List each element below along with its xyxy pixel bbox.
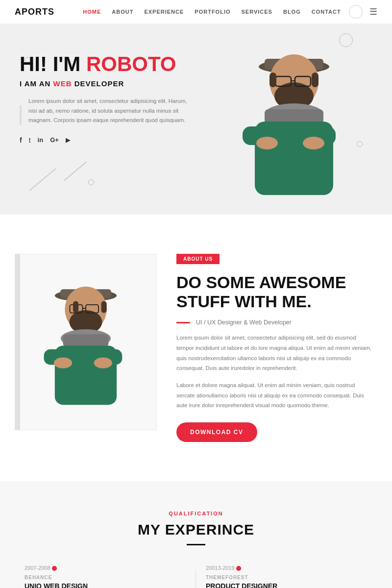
nav-circle-decoration (349, 5, 363, 19)
about-para-1: Lorem ipsum dolor sit amet, consectetur … (176, 333, 372, 373)
twitter-icon[interactable]: t (29, 136, 31, 144)
hero-person-image (196, 24, 392, 215)
about-role: UI / UX Designer & Web Developer (196, 319, 292, 326)
person-hero-svg (216, 24, 372, 215)
facebook-icon[interactable]: f (20, 136, 22, 144)
about-heading-line1: DO SOME AWESOME (176, 273, 346, 292)
svg-rect-31 (101, 301, 107, 313)
about-image-bar (15, 254, 20, 430)
deco-line-2 (64, 162, 87, 181)
experience-timeline: 2007-2008 BEHANCE UNIQ WEB DESIGN The po… (15, 565, 377, 588)
hero-section: HI! I'M ROBOTO I AM AN WEB DEVELOPER Lor… (0, 24, 392, 215)
hero-name: ROBOTO (86, 52, 176, 75)
hamburger-icon[interactable]: ☰ (369, 6, 377, 17)
nav-portfolio[interactable]: PORTFOLIO (195, 9, 230, 15)
svg-rect-24 (63, 334, 109, 347)
experience-item-1: 2007-2008 BEHANCE UNIQ WEB DESIGN The po… (15, 565, 196, 588)
hero-para-wrap: Lorem ipsum dolor sit amet, consectetur … (20, 97, 191, 125)
nav-contact[interactable]: CONTACT (312, 9, 341, 15)
about-heading-line2: STUFF WITH ME. (176, 292, 312, 311)
about-image-column (0, 244, 167, 452)
svg-rect-30 (73, 301, 78, 313)
navbar: APORTS HOME ABOUT EXPERIENCE PORTFOLIO S… (0, 0, 392, 24)
googleplus-icon[interactable]: G+ (50, 136, 59, 144)
exp-company-1: BEHANCE (24, 575, 186, 580)
about-section: ABOUT US DO SOME AWESOME STUFF WITH ME. … (0, 215, 392, 481)
exp-title-2: PRODUCT DESIGNER (206, 582, 368, 588)
subtitle-highlight: WEB (53, 79, 72, 88)
about-person-svg (22, 259, 149, 425)
nav-blog[interactable]: BLOG (283, 9, 301, 15)
download-cv-button[interactable]: DOWNLOAD CV (176, 422, 257, 442)
nav-home[interactable]: HOME (83, 9, 101, 15)
experience-underline (187, 544, 205, 545)
hero-greeting: HI! I'M ROBOTO (20, 53, 191, 75)
exp-dot-2 (236, 566, 241, 571)
hero-subtitle: I AM AN WEB DEVELOPER (20, 79, 191, 88)
svg-rect-15 (312, 73, 318, 87)
experience-label: QUALIFICATION (15, 511, 377, 516)
nav-experience[interactable]: EXPERIENCE (144, 9, 184, 15)
about-para-2: Labore et dolore magna aliquat. Ut enim … (176, 380, 372, 411)
hero-divider (20, 105, 22, 125)
svg-point-12 (256, 137, 278, 149)
exp-dot-1 (52, 566, 57, 571)
hero-content: HI! I'M ROBOTO I AM AN WEB DEVELOPER Lor… (0, 24, 211, 164)
svg-point-29 (94, 358, 112, 368)
nav-links: HOME ABOUT EXPERIENCE PORTFOLIO SERVICES… (83, 9, 341, 15)
about-heading: DO SOME AWESOME STUFF WITH ME. (176, 273, 372, 311)
greeting-text: HI! I'M (20, 52, 86, 75)
exp-company-2: THEMEFOREST (206, 575, 368, 580)
about-role-line: UI / UX Designer & Web Developer (176, 319, 372, 326)
about-badge: ABOUT US (176, 254, 220, 264)
about-content-column: ABOUT US DO SOME AWESOME STUFF WITH ME. … (167, 244, 392, 452)
deco-circle-bottomleft (88, 179, 94, 185)
youtube-icon[interactable]: ▶ (66, 136, 71, 144)
hero-paragraph: Lorem ipsum dolor sit amet, consectetur … (28, 97, 191, 125)
nav-about[interactable]: ABOUT (112, 9, 133, 15)
logo[interactable]: APORTS (15, 7, 54, 17)
nav-services[interactable]: SERVICES (242, 9, 272, 15)
role-dash (176, 322, 190, 323)
experience-section: QUALIFICATION MY EXPERINCE 2007-2008 BEH… (0, 481, 392, 588)
svg-point-13 (303, 137, 324, 149)
experience-item-2: 20013-2019 THEMEFOREST PRODUCT DESIGNER … (196, 565, 377, 588)
svg-rect-14 (270, 73, 276, 87)
exp-date-2: 20013-2019 (206, 565, 368, 571)
hero-social-links: f t in G+ ▶ (20, 136, 191, 144)
experience-heading: MY EXPERINCE (15, 521, 377, 538)
about-image-card (15, 254, 157, 430)
svg-point-28 (54, 358, 72, 368)
deco-line-1 (29, 168, 56, 191)
linkedin-icon[interactable]: in (38, 136, 44, 144)
exp-date-1: 2007-2008 (24, 565, 186, 571)
exp-title-1: UNIQ WEB DESIGN (24, 582, 186, 588)
